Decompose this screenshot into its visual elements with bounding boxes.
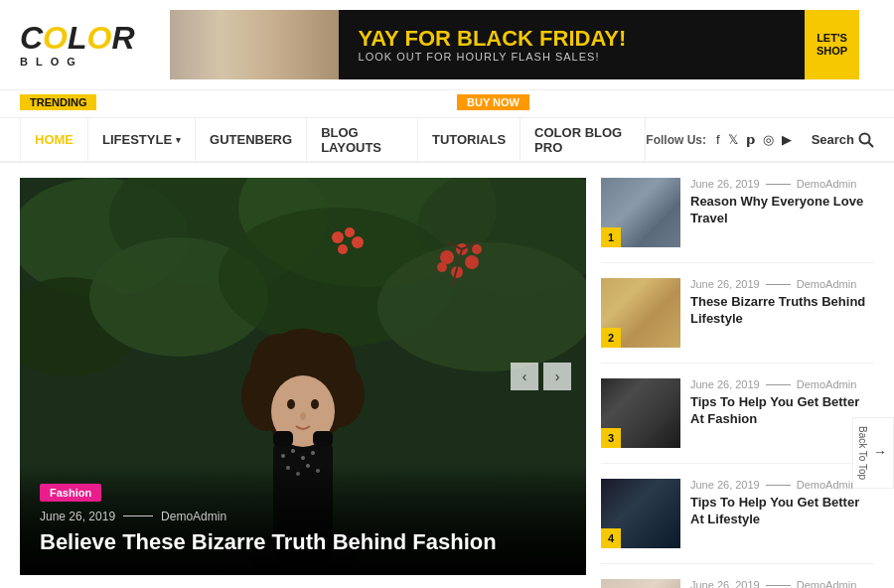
hero-overlay: Fashion June 26, 2019 DemoAdmin Believe … (20, 463, 586, 575)
hero-title: Believe These Bizarre Truth Behind Fashi… (40, 529, 566, 555)
rank-badge-2: 2 (601, 328, 621, 348)
nav-item-home[interactable]: HOME (20, 117, 88, 162)
ad-headline: YAY FOR BLACK FRIDAY! (359, 27, 785, 51)
hero-meta-separator (123, 515, 153, 516)
sidebar-content-3: June 26, 2019 DemoAdmin Tips To Help You… (690, 378, 874, 428)
sidebar-content-5: June 26, 2019 DemoAdmin Skills Of Lifest… (690, 579, 874, 588)
nav-links: HOME LIFESTYLE ▾ GUTENBERG BLOG LAYOUTS … (20, 117, 646, 162)
svg-point-10 (377, 242, 586, 371)
hero-navigation: ‹ › (511, 363, 571, 390)
main-nav: HOME LIFESTYLE ▾ GUTENBERG BLOG LAYOUTS … (0, 118, 894, 163)
site-header: COLOR BLOG YAY FOR BLACK FRIDAY! LOOK OU… (0, 0, 894, 90)
sidebar-thumb-1: 1 (601, 178, 680, 247)
ad-shop-button[interactable]: LET'SSHOP (805, 10, 859, 79)
svg-point-16 (472, 244, 482, 254)
instagram-icon[interactable]: ◎ (763, 132, 774, 147)
sidebar-item: 1 June 26, 2019 DemoAdmin Reason Why Eve… (601, 178, 874, 263)
sidebar-date-1: June 26, 2019 (690, 178, 760, 190)
sidebar-title-1[interactable]: Reason Why Everyone Love Travel (690, 194, 874, 227)
nav-right: Follow Us: f 𝕏 𝗽 ◎ ▶ Search (646, 132, 874, 148)
social-icons: f 𝕏 𝗽 ◎ ▶ (716, 132, 792, 147)
hero-slider: Fashion June 26, 2019 DemoAdmin Believe … (20, 178, 586, 575)
up-arrow-icon: ↑ (873, 449, 889, 456)
sidebar-title-4[interactable]: Tips To Help You Get Better At Lifestyle (690, 495, 874, 528)
rank-badge-1: 1 (601, 227, 621, 247)
logo-blog-text: BLOG (20, 56, 83, 68)
sidebar-item: 4 June 26, 2019 DemoAdmin Tips To Help Y… (601, 479, 874, 564)
trending-bar: TRENDING BUY NOW (0, 90, 894, 118)
sidebar-author-5: DemoAdmin (797, 579, 857, 588)
svg-line-1 (869, 142, 874, 147)
nav-item-blog-layouts[interactable]: BLOG LAYOUTS (307, 117, 418, 162)
hero-prev-button[interactable]: ‹ (511, 363, 538, 390)
sidebar-date-4: June 26, 2019 (690, 479, 760, 491)
sidebar-meta-1: June 26, 2019 DemoAdmin (690, 178, 874, 190)
hero-next-button[interactable]: › (543, 363, 571, 390)
hero-date: June 26, 2019 (40, 510, 115, 523)
sidebar-content-1: June 26, 2019 DemoAdmin Reason Why Every… (690, 178, 874, 227)
site-logo[interactable]: COLOR BLOG (20, 22, 135, 68)
buy-now-badge[interactable]: BUY NOW (457, 94, 529, 110)
search-icon (858, 132, 874, 148)
sidebar-thumb-3: 3 (601, 378, 680, 448)
nav-item-gutenberg[interactable]: GUTENBERG (196, 117, 307, 162)
sidebar-date-2: June 26, 2019 (690, 278, 760, 290)
twitter-icon[interactable]: 𝕏 (728, 132, 738, 147)
ad-subtext: LOOK OUT FOR HOURLY FLASH SALES! (359, 51, 785, 63)
sidebar-content-2: June 26, 2019 DemoAdmin These Bizarre Tr… (690, 278, 874, 328)
svg-point-18 (345, 227, 355, 237)
search-button[interactable]: Search (812, 132, 874, 148)
svg-point-33 (287, 399, 295, 409)
sidebar-author-3: DemoAdmin (797, 378, 857, 390)
ad-image (170, 10, 339, 79)
sidebar-item: 3 June 26, 2019 DemoAdmin Tips To Help Y… (601, 378, 874, 464)
sidebar-author-4: DemoAdmin (797, 479, 857, 491)
pinterest-icon[interactable]: 𝗽 (746, 132, 755, 147)
svg-point-19 (352, 236, 364, 248)
sidebar-content-4: June 26, 2019 DemoAdmin Tips To Help You… (690, 479, 874, 528)
logo-text: COLOR (20, 22, 135, 54)
ad-content: YAY FOR BLACK FRIDAY! LOOK OUT FOR HOURL… (339, 27, 805, 63)
main-content: Fashion June 26, 2019 DemoAdmin Believe … (0, 163, 894, 588)
hero-category-badge[interactable]: Fashion (40, 484, 101, 502)
youtube-icon[interactable]: ▶ (782, 132, 792, 147)
svg-point-34 (311, 399, 319, 409)
sidebar-item: 2 June 26, 2019 DemoAdmin These Bizarre … (601, 278, 874, 364)
svg-point-20 (338, 244, 348, 254)
back-to-top-label: Back To Top (857, 426, 868, 480)
sidebar-title-2[interactable]: These Bizarre Truths Behind Lifestyle (690, 294, 874, 328)
hero-author: DemoAdmin (161, 510, 226, 523)
ad-banner: YAY FOR BLACK FRIDAY! LOOK OUT FOR HOURL… (170, 10, 859, 79)
back-to-top-button[interactable]: ↑ Back To Top (852, 417, 894, 489)
sidebar-item: 5 June 26, 2019 DemoAdmin Skills Of Life… (601, 579, 874, 588)
search-label: Search (812, 132, 854, 147)
svg-point-0 (860, 133, 870, 143)
nav-item-color-blog-pro[interactable]: COLOR BLOG PRO (521, 117, 646, 162)
sidebar-date-5: June 26, 2019 (690, 579, 760, 588)
sidebar-meta-3: June 26, 2019 DemoAdmin (690, 378, 874, 390)
svg-point-11 (440, 250, 454, 264)
sidebar-thumb-5: 5 (601, 579, 680, 588)
svg-point-13 (465, 255, 479, 269)
hero-meta: June 26, 2019 DemoAdmin (40, 510, 566, 523)
facebook-icon[interactable]: f (716, 132, 720, 147)
follow-us-label: Follow Us: (646, 133, 706, 147)
sidebar-author-1: DemoAdmin (797, 178, 857, 190)
rank-badge-4: 4 (601, 528, 621, 548)
svg-point-15 (437, 262, 447, 272)
sidebar-thumb-4: 4 (601, 479, 680, 548)
trending-badge: TRENDING (20, 94, 96, 110)
nav-item-lifestyle[interactable]: LIFESTYLE ▾ (88, 117, 196, 162)
sidebar-thumb-2: 2 (601, 278, 680, 348)
sidebar-title-3[interactable]: Tips To Help You Get Better At Fashion (690, 394, 874, 428)
sidebar-author-2: DemoAdmin (797, 278, 857, 290)
nav-item-tutorials[interactable]: TUTORIALS (418, 117, 521, 162)
svg-point-17 (332, 231, 344, 243)
sidebar-meta-2: June 26, 2019 DemoAdmin (690, 278, 874, 290)
rank-badge-3: 3 (601, 428, 621, 448)
hero-image: Fashion June 26, 2019 DemoAdmin Believe … (20, 178, 586, 575)
sidebar-date-3: June 26, 2019 (690, 378, 760, 390)
sidebar-meta-5: June 26, 2019 DemoAdmin (690, 579, 874, 588)
sidebar-meta-4: June 26, 2019 DemoAdmin (690, 479, 874, 491)
chevron-down-icon: ▾ (176, 135, 181, 145)
